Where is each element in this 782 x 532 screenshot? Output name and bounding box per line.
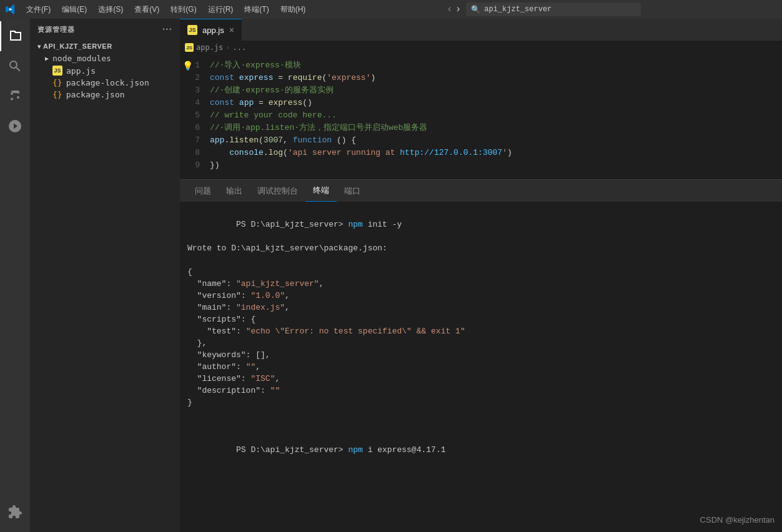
code-line-2: const express = require ( 'express' )	[205, 72, 782, 84]
menu-run[interactable]: 运行(R)	[203, 3, 239, 16]
terminal-line-8: "scripts": {	[187, 313, 775, 325]
tab-bar: JS app.js ×	[180, 19, 782, 41]
menu-file[interactable]: 文件(F)	[21, 3, 56, 16]
line-number-7: 7	[180, 134, 200, 147]
line-number-8: 8	[180, 147, 200, 159]
terminal-line-5: "name": "api_kjzt_server",	[187, 278, 775, 290]
menu-view[interactable]: 查看(V)	[129, 3, 164, 16]
line-number-5: 5	[180, 109, 200, 122]
terminal-line-3	[187, 254, 775, 266]
sidebar-more-button[interactable]: ···	[162, 24, 172, 35]
terminal-line-4: {	[187, 266, 775, 278]
menu-edit[interactable]: 编辑(E)	[57, 3, 92, 16]
terminal-line-12: "author": "",	[187, 361, 775, 373]
breadcrumb-js-icon: JS	[185, 43, 194, 52]
nav-arrows: ‹ ›	[447, 4, 461, 15]
tab-appjs[interactable]: JS app.js ×	[180, 19, 242, 41]
search-icon	[7, 59, 22, 74]
breadcrumb: JS app.js › ...	[180, 41, 782, 54]
lightbulb-icon[interactable]: 💡	[182, 61, 193, 71]
terminal-line-17	[187, 420, 775, 432]
terminal-line-15: }	[187, 397, 775, 408]
panel-tab-output[interactable]: 输出	[219, 180, 250, 202]
code-line-1: //·导入·express·模块	[205, 59, 782, 72]
panel-tab-ports[interactable]: 端口	[337, 180, 368, 202]
watermark: CSDN @kejizhentan	[700, 515, 775, 525]
code-line-6: //·调用·app.listen·方法，指定端口号并启动web服务器	[205, 122, 782, 134]
sidebar-item-appjs[interactable]: JS app.js	[30, 64, 180, 77]
menu-terminal[interactable]: 终端(T)	[239, 3, 274, 16]
extensions-icon	[7, 505, 22, 520]
sidebar: 资源管理器 ··· ▾ API_KJZT_SERVER ▶ node_modul…	[30, 19, 180, 532]
terminal-line-1: PS D:\api_kjzt_server> npm init -y	[187, 207, 775, 242]
line-number-2: 2	[180, 72, 200, 84]
terminal-line-6: "version": "1.0.0",	[187, 290, 775, 302]
activity-search[interactable]	[0, 51, 30, 81]
run-debug-icon	[7, 119, 22, 134]
code-line-4: const app = express ()	[205, 97, 782, 109]
code-content: //·导入·express·模块 const express = require…	[205, 54, 782, 179]
activity-run-debug[interactable]	[0, 111, 30, 141]
terminal-line-2: Wrote to D:\api_kjzt_server\package.json…	[187, 242, 775, 254]
panel-tab-debug-console[interactable]: 调试控制台	[250, 180, 305, 202]
files-icon	[8, 29, 23, 44]
tab-js-icon: JS	[187, 25, 197, 35]
search-bar[interactable]: 🔍 api_kjzt_server	[466, 2, 641, 16]
terminal-line-9: "test": "echo \"Error: no test specified…	[187, 325, 775, 337]
json-file-icon: {}	[52, 78, 62, 87]
tab-close-button[interactable]: ×	[229, 25, 234, 35]
source-control-icon	[7, 89, 22, 104]
menu-goto[interactable]: 转到(G)	[166, 3, 201, 16]
json-file-icon2: {}	[52, 90, 62, 99]
nav-back[interactable]: ‹	[447, 4, 453, 15]
menu-select[interactable]: 选择(S)	[93, 3, 128, 16]
editor-area: JS app.js × JS app.js › ... 💡 1 2 3 4 5 …	[180, 19, 782, 532]
main-layout: 资源管理器 ··· ▾ API_KJZT_SERVER ▶ node_modul…	[0, 19, 782, 532]
titlebar: 文件(F) 编辑(E) 选择(S) 查看(V) 转到(G) 运行(R) 终端(T…	[0, 0, 782, 19]
code-line-3: //·创建·express·的服务器实例	[205, 84, 782, 97]
code-line-7: app . listen ( 3007 , function () {	[205, 134, 782, 147]
terminal-line-11: "keywords": [],	[187, 349, 775, 361]
terminal-line-16	[187, 408, 775, 420]
line-number-3: 3	[180, 84, 200, 97]
line-number-9: 9	[180, 159, 200, 172]
menu-help[interactable]: 帮助(H)	[275, 3, 311, 16]
panel-tabs: 问题 输出 调试控制台 终端 端口	[180, 180, 782, 202]
terminal-line-14: "description": ""	[187, 385, 775, 397]
terminal-line-18: PS D:\api_kjzt_server> npm i express@4.1…	[187, 432, 775, 454]
activity-extensions[interactable]	[0, 497, 30, 527]
terminal-line-7: "main": "index.js",	[187, 302, 775, 313]
code-line-5: // write your code here...	[205, 109, 782, 122]
terminal-line-13: "license": "ISC",	[187, 373, 775, 385]
sidebar-header: 资源管理器 ···	[30, 19, 180, 40]
breadcrumb-sep: ›	[225, 43, 230, 52]
titlebar-center: ‹ › 🔍 api_kjzt_server	[310, 2, 777, 16]
line-number-6: 6	[180, 122, 200, 134]
line-numbers: 1 2 3 4 5 6 7 8 9	[180, 54, 205, 179]
sidebar-project-section[interactable]: ▾ API_KJZT_SERVER	[30, 40, 180, 52]
line-number-4: 4	[180, 97, 200, 109]
activity-bar	[0, 19, 30, 532]
sidebar-item-package-json[interactable]: {} package.json	[30, 89, 180, 101]
panel-tab-problems[interactable]: 问题	[187, 180, 219, 202]
code-line-9: })	[205, 159, 782, 172]
nav-forward[interactable]: ›	[455, 4, 462, 15]
chevron-down-icon: ▾	[37, 43, 41, 50]
panel-area: 问题 输出 调试控制台 终端 端口 PS D:\api_kjzt_server>…	[180, 179, 782, 454]
panel-tab-terminal[interactable]: 终端	[305, 180, 337, 202]
terminal-line-10: },	[187, 337, 775, 349]
activity-source-control[interactable]	[0, 81, 30, 111]
sidebar-item-package-lock[interactable]: {} package-lock.json	[30, 77, 180, 89]
sidebar-item-node-modules[interactable]: ▶ node_modules	[30, 52, 180, 64]
vscode-logo	[5, 4, 16, 15]
code-editor: 💡 1 2 3 4 5 6 7 8 9 //·导入·express·模块 co	[180, 54, 782, 179]
activity-explorer[interactable]	[0, 21, 30, 51]
js-file-icon: JS	[52, 66, 62, 76]
code-line-8: console . log ( 'api server running at h…	[205, 147, 782, 159]
chevron-right-icon: ▶	[45, 55, 49, 62]
terminal-content[interactable]: PS D:\api_kjzt_server> npm init -y Wrote…	[180, 202, 782, 454]
menu-bar: 文件(F) 编辑(E) 选择(S) 查看(V) 转到(G) 运行(R) 终端(T…	[21, 3, 310, 16]
